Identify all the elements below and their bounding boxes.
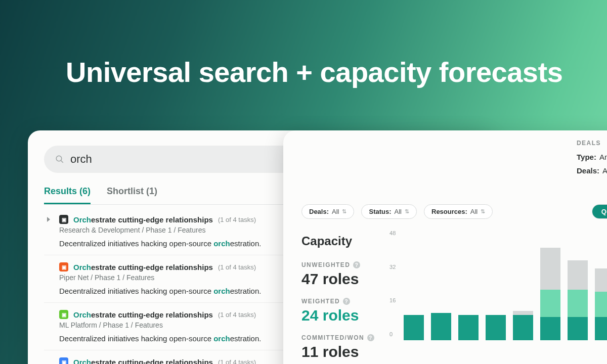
app-badge-icon: ▣ bbox=[59, 310, 68, 319]
metric-weighted-label: Weighted ? bbox=[301, 298, 374, 305]
bar bbox=[431, 313, 451, 340]
capacity-chart: 0163248 bbox=[389, 234, 607, 340]
filter-deals[interactable]: Deals: All ⇅ bbox=[301, 204, 354, 219]
bar-segment bbox=[486, 315, 506, 340]
capacity-title: Capacity bbox=[301, 234, 374, 248]
result-tasks: (1 of 4 tasks) bbox=[218, 358, 256, 365]
bar-segment bbox=[540, 317, 560, 340]
svg-line-1 bbox=[61, 160, 63, 163]
help-icon[interactable]: ? bbox=[343, 298, 350, 305]
help-icon[interactable]: ? bbox=[353, 261, 360, 268]
app-badge-icon: ▣ bbox=[59, 262, 68, 271]
y-tick: 16 bbox=[389, 297, 396, 303]
bar bbox=[540, 248, 560, 340]
help-icon[interactable]: ? bbox=[367, 334, 374, 341]
bar-segment bbox=[513, 311, 533, 315]
filter-deals-label: Deals: bbox=[309, 208, 329, 215]
bar bbox=[595, 268, 607, 340]
tab-results[interactable]: Results (6) bbox=[44, 186, 91, 204]
filter-resources[interactable]: Resources: All ⇅ bbox=[424, 204, 493, 219]
svg-point-0 bbox=[56, 156, 62, 161]
capacity-panel: Deals Type: Any ⇅ Deals: Any ⇅ Deals: Al… bbox=[283, 130, 607, 364]
bar bbox=[458, 315, 479, 340]
filter-resources-label: Resources: bbox=[431, 208, 467, 215]
filter-status[interactable]: Status: All ⇅ bbox=[361, 204, 417, 219]
result-tasks: (1 of 4 tasks) bbox=[218, 311, 256, 318]
bar-segment bbox=[568, 260, 588, 290]
deals-sidebar: Deals Type: Any ⇅ Deals: Any ⇅ bbox=[577, 140, 607, 180]
filter-resources-value: All bbox=[470, 208, 478, 215]
bar-segment bbox=[404, 315, 424, 340]
sort-icon: ⇅ bbox=[405, 209, 409, 214]
y-tick: 32 bbox=[389, 264, 396, 270]
deals-deals-row[interactable]: Deals: Any ⇅ bbox=[577, 166, 607, 175]
capacity-metrics: Capacity Unweighted ? 47 roles Weighted … bbox=[301, 234, 374, 364]
deals-heading: Deals bbox=[577, 140, 607, 147]
segment-quarter[interactable]: Quarter bbox=[592, 205, 607, 218]
hero-title: Universal search + capacity forecasts bbox=[0, 0, 607, 88]
bar-segment bbox=[595, 317, 607, 340]
deals-type-label: Type: bbox=[577, 153, 596, 161]
metric-committed-label: Committed/Won ? bbox=[301, 334, 374, 341]
bars-group bbox=[404, 234, 607, 340]
bar-segment bbox=[458, 315, 479, 340]
metric-committed-value: 11 roles bbox=[301, 343, 374, 360]
bar-segment bbox=[431, 313, 451, 340]
result-tasks: (1 of 4 tasks) bbox=[218, 216, 256, 223]
metric-weighted-value: 24 roles bbox=[301, 307, 374, 324]
y-tick: 48 bbox=[389, 230, 396, 236]
bar bbox=[513, 311, 533, 340]
tab-shortlist[interactable]: Shortlist (1) bbox=[107, 186, 157, 204]
time-segment: Quarter Half Y bbox=[592, 204, 607, 219]
deals-deals-value: Any bbox=[602, 166, 607, 175]
bar-segment bbox=[540, 290, 560, 317]
bar-segment bbox=[513, 315, 533, 340]
bar-segment bbox=[568, 290, 588, 317]
app-badge-icon: ▣ bbox=[59, 215, 68, 224]
bar-segment bbox=[568, 317, 588, 340]
app-badge-icon: ▣ bbox=[59, 357, 68, 364]
sort-icon: ⇅ bbox=[342, 209, 346, 214]
filter-status-value: All bbox=[395, 208, 402, 215]
bar-segment bbox=[595, 268, 607, 292]
result-tasks: (1 of 4 tasks) bbox=[218, 263, 256, 271]
filter-row: Deals: All ⇅ Status: All ⇅ Resources: Al… bbox=[301, 204, 607, 219]
sort-icon: ⇅ bbox=[481, 209, 485, 214]
bar bbox=[568, 260, 588, 340]
metric-unweighted-label: Unweighted ? bbox=[301, 261, 374, 268]
result-title: Orchestrate cutting-edge relationships bbox=[73, 215, 213, 224]
result-title: Orchestrate cutting-edge relationships bbox=[73, 310, 213, 319]
y-tick: 0 bbox=[389, 331, 393, 337]
deals-type-value: Any bbox=[599, 153, 607, 161]
deals-type-row[interactable]: Type: Any ⇅ bbox=[577, 153, 607, 161]
deals-deals-label: Deals: bbox=[577, 166, 599, 175]
bar-segment bbox=[595, 292, 607, 317]
bar bbox=[486, 315, 506, 340]
filter-status-label: Status: bbox=[369, 208, 391, 215]
filter-deals-value: All bbox=[332, 208, 339, 215]
result-title: Orchestrate cutting-edge relationships bbox=[73, 358, 213, 365]
metric-unweighted-value: 47 roles bbox=[301, 270, 374, 288]
expand-icon[interactable] bbox=[47, 217, 50, 222]
search-icon bbox=[55, 155, 64, 164]
result-title: Orchestrate cutting-edge relationships bbox=[73, 263, 213, 271]
bar bbox=[404, 315, 424, 340]
bar-segment bbox=[540, 248, 560, 290]
